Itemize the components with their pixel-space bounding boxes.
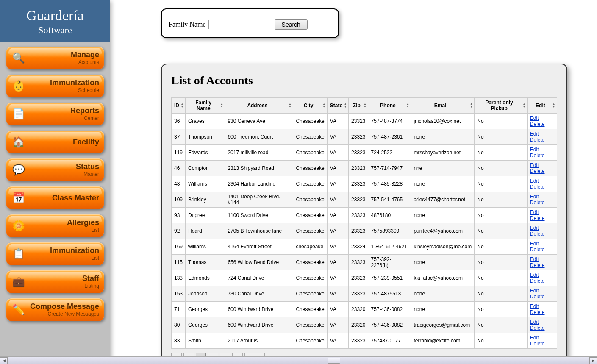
nav-item-facility[interactable]: 🏠Facility [6, 131, 104, 153]
edit-link[interactable]: Edit [530, 131, 539, 137]
edit-link[interactable]: Edit [530, 335, 539, 341]
column-header[interactable]: Phone▲▼ [368, 98, 411, 114]
column-header[interactable]: Parent only Pickup▲▼ [475, 98, 528, 114]
nav-icon: 🔍 [11, 50, 26, 66]
edit-link[interactable]: Edit [530, 225, 539, 231]
table-cell: Thompson [186, 129, 225, 145]
delete-link[interactable]: Delete [530, 294, 545, 300]
delete-link[interactable]: Delete [530, 184, 545, 190]
edit-link[interactable]: Edit [530, 272, 539, 278]
table-cell: Georges [186, 317, 225, 333]
table-cell: Chesapeake [293, 223, 327, 239]
nav-item-compose-message[interactable]: ✏️Compose MessageCreate New Messages [6, 298, 104, 321]
nav-subtitle: Create New Messages [30, 311, 99, 317]
column-header[interactable]: State▲▼ [327, 98, 348, 114]
delete-link[interactable]: Delete [530, 231, 545, 237]
table-row: 37Thompson600 Treemont CourtChesapeakeVA… [172, 129, 557, 145]
horizontal-scrollbar[interactable]: ◀ ▶ [0, 356, 597, 364]
nav-subtitle: Master [30, 171, 99, 177]
table-cell: 23323 [349, 255, 368, 270]
table-row: 153Johnson730 Canal DriveChesapeakeVA233… [172, 286, 557, 302]
scroll-right-button[interactable]: ▶ [589, 357, 597, 364]
scroll-thumb[interactable] [328, 358, 340, 364]
actions-cell: Edit Delete [527, 145, 557, 161]
table-cell: No [475, 145, 528, 161]
nav-subtitle: Accounts [30, 59, 99, 65]
edit-link[interactable]: Edit [530, 147, 539, 153]
delete-link[interactable]: Delete [530, 247, 545, 253]
nav-icon: 📅 [11, 190, 26, 206]
column-header[interactable]: Zip▲▼ [349, 98, 368, 114]
nav-item-status[interactable]: 💬StatusMaster [6, 158, 104, 181]
delete-link[interactable]: Delete [530, 200, 545, 206]
nav-item-class-master[interactable]: 📅Class Master [6, 186, 104, 209]
table-cell: 757487-0177 [368, 333, 411, 349]
table-cell: nne [411, 161, 475, 176]
sort-icon: ▲▼ [552, 103, 555, 108]
delete-link[interactable]: Delete [530, 262, 545, 268]
delete-link[interactable]: Delete [530, 341, 545, 347]
delete-link[interactable]: Delete [530, 309, 545, 315]
edit-link[interactable]: Edit [530, 115, 539, 121]
column-header[interactable]: Email▲▼ [411, 98, 475, 114]
nav-item-immunization[interactable]: 📋ImmunizationList [6, 242, 104, 265]
edit-link[interactable]: Edit [530, 178, 539, 184]
table-cell: VA [327, 317, 348, 333]
column-header[interactable]: City▲▼ [293, 98, 327, 114]
search-panel: Family Name Search [161, 8, 339, 38]
column-header[interactable]: ID▲▼ [172, 98, 186, 114]
delete-link[interactable]: Delete [530, 278, 545, 284]
table-cell: No [475, 286, 528, 302]
nav-item-staff[interactable]: 💼StaffListing [6, 270, 104, 293]
nav-item-immunization[interactable]: 👶ImmunizationSchedule [6, 75, 104, 97]
table-cell: VA [327, 161, 348, 176]
edit-link[interactable]: Edit [530, 194, 539, 200]
nav-item-manage[interactable]: 🔍ManageAccounts [6, 47, 104, 69]
table-cell: 93 [172, 208, 186, 223]
delete-link[interactable]: Delete [530, 215, 545, 221]
sort-icon: ▲▼ [344, 103, 347, 108]
table-row: 48Williams2304 Harbor LandineChesapeakeV… [172, 176, 557, 192]
nav-item-reports[interactable]: 📄ReportsCenter [6, 103, 104, 125]
edit-link[interactable]: Edit [530, 162, 539, 168]
table-row: 46Compton2313 Shipyard RoadChesapeakeVA2… [172, 161, 557, 176]
table-cell: No [475, 239, 528, 255]
family-name-input[interactable] [208, 20, 272, 29]
table-cell: 23323 [349, 192, 368, 208]
actions-cell: Edit Delete [527, 208, 557, 223]
edit-link[interactable]: Edit [530, 256, 539, 262]
table-row: 92Heard2705 B Townhouse laneChesapeakeVA… [172, 223, 557, 239]
nav-title: Reports [30, 107, 99, 114]
logo-subtitle: Software [4, 25, 106, 36]
actions-cell: Edit Delete [527, 129, 557, 145]
scroll-left-button[interactable]: ◀ [0, 357, 8, 364]
edit-link[interactable]: Edit [530, 241, 539, 247]
column-header[interactable]: Edit▲▼ [527, 98, 557, 114]
scroll-track[interactable] [8, 358, 589, 364]
search-button[interactable]: Search [275, 19, 308, 30]
edit-link[interactable]: Edit [530, 319, 539, 325]
delete-link[interactable]: Delete [530, 325, 545, 331]
table-cell: 71 [172, 302, 186, 317]
table-cell: VA [327, 223, 348, 239]
nav-icon: ✏️ [11, 302, 26, 317]
logo-title: Guardería [4, 8, 106, 24]
edit-link[interactable]: Edit [530, 209, 539, 215]
delete-link[interactable]: Delete [530, 121, 545, 127]
table-cell: Dupree [186, 208, 225, 223]
table-cell: 757-4875513 [368, 286, 411, 302]
table-cell: 115 [172, 255, 186, 270]
edit-link[interactable]: Edit [530, 288, 539, 294]
delete-link[interactable]: Delete [530, 168, 545, 174]
nav-item-allergies[interactable]: 🌼AllergiesList [6, 214, 104, 237]
table-cell: 36 [172, 114, 186, 129]
column-header[interactable]: Family Name▲▼ [186, 98, 225, 114]
table-cell: 46 [172, 161, 186, 176]
table-cell: 109 [172, 192, 186, 208]
table-cell: No [475, 270, 528, 286]
delete-link[interactable]: Delete [530, 137, 545, 143]
column-header[interactable]: Address▲▼ [225, 98, 293, 114]
edit-link[interactable]: Edit [530, 303, 539, 309]
delete-link[interactable]: Delete [530, 153, 545, 158]
table-cell: VA [327, 192, 348, 208]
